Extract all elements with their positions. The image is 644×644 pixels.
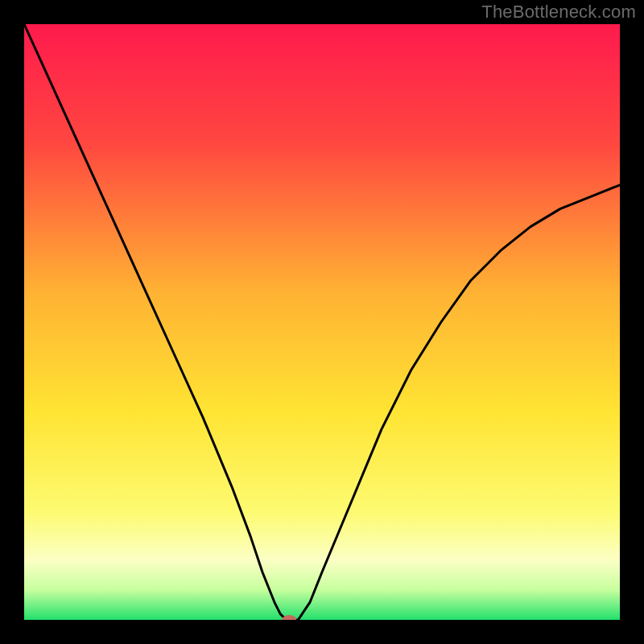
chart-container: TheBottleneck.com bbox=[0, 0, 644, 644]
bottleneck-chart bbox=[24, 24, 620, 620]
gradient-background bbox=[24, 24, 620, 620]
watermark-text: TheBottleneck.com bbox=[481, 2, 636, 23]
